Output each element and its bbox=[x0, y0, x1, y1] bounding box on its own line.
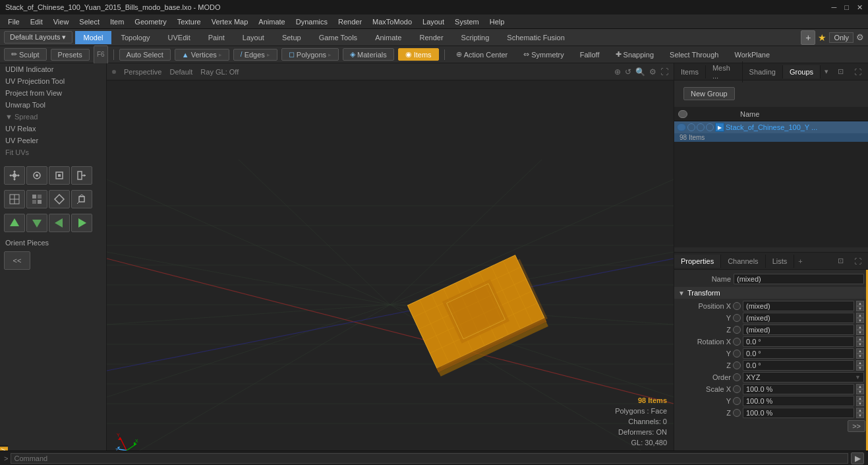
menu-select[interactable]: Select bbox=[74, 16, 105, 27]
pos-z-down[interactable]: ▼ bbox=[856, 330, 864, 335]
scale-y-input[interactable]: 100.0 % bbox=[743, 396, 854, 406]
scale-y-down[interactable]: ▼ bbox=[856, 401, 864, 406]
menu-layout[interactable]: Layout bbox=[417, 16, 449, 27]
sculpt-button[interactable]: ✏ Sculpt bbox=[4, 48, 47, 61]
scale-z-up[interactable]: ▲ bbox=[856, 408, 864, 413]
menu-file[interactable]: File bbox=[3, 16, 25, 27]
falloff-button[interactable]: Falloff bbox=[574, 49, 606, 61]
scale-x-up[interactable]: ▲ bbox=[856, 384, 864, 389]
gear-icon[interactable]: ⚙ bbox=[856, 32, 864, 42]
select-through-button[interactable]: Select Through bbox=[664, 49, 724, 61]
viewport[interactable]: Perspective Default Ray GL: Off ⊕ ↺ 🔍 ⚙ … bbox=[107, 63, 674, 465]
tool-project-view[interactable]: Project from View bbox=[0, 87, 106, 99]
viewport-canvas[interactable]: 98 Items Polygons : Face Channels: 0 Def… bbox=[107, 80, 674, 465]
vp-tool-3[interactable]: 🔍 bbox=[635, 67, 645, 77]
tab-mesh[interactable]: Mesh ... bbox=[706, 61, 743, 82]
tab-items[interactable]: Items bbox=[674, 65, 706, 78]
cube-icon[interactable] bbox=[71, 190, 92, 208]
right-tab-dropdown[interactable]: ▾ bbox=[821, 65, 832, 78]
maximize-btn[interactable]: □ bbox=[844, 3, 849, 12]
vp-tool-4[interactable]: ⚙ bbox=[649, 67, 656, 77]
rot-z-up[interactable]: ▲ bbox=[856, 360, 864, 365]
minimize-btn[interactable]: ─ bbox=[832, 3, 837, 12]
pos-y-up[interactable]: ▲ bbox=[856, 313, 864, 318]
menu-edit[interactable]: Edit bbox=[25, 16, 48, 27]
add-tab-btn[interactable]: + bbox=[794, 255, 806, 268]
scale-y-up[interactable]: ▲ bbox=[856, 396, 864, 401]
scale-x-dot[interactable] bbox=[733, 385, 741, 393]
order-select[interactable]: XYZ ▼ bbox=[743, 372, 864, 383]
menu-dynamics[interactable]: Dynamics bbox=[291, 16, 333, 27]
pos-x-input[interactable]: (mixed) bbox=[743, 301, 854, 311]
items-button[interactable]: ◉ Items bbox=[398, 48, 439, 61]
rot-y-down[interactable]: ▼ bbox=[856, 354, 864, 359]
list-item[interactable]: ▶ Stack_of_Chinese_100_Y ... bbox=[674, 121, 868, 133]
scale-x-down[interactable]: ▼ bbox=[856, 389, 864, 394]
tab-animate[interactable]: Animate bbox=[366, 31, 410, 44]
rot-x-input[interactable]: 0.0 ° bbox=[743, 336, 854, 347]
edges-button[interactable]: / Edges ▸ bbox=[233, 49, 277, 61]
menu-texture[interactable]: Texture bbox=[172, 16, 206, 27]
props-expand-2[interactable]: ⛶ bbox=[852, 256, 863, 266]
tab-model[interactable]: Model bbox=[75, 31, 112, 44]
props-expand-1[interactable]: ⊡ bbox=[835, 256, 846, 266]
menu-help[interactable]: Help bbox=[484, 16, 510, 27]
auto-select-button[interactable]: Auto Select bbox=[119, 49, 171, 61]
only-button[interactable]: Only bbox=[829, 32, 854, 43]
materials-button[interactable]: ◈ Materials bbox=[343, 48, 394, 61]
diamond-icon[interactable] bbox=[49, 190, 70, 208]
command-run-button[interactable]: ▶ bbox=[851, 452, 864, 464]
transform-section[interactable]: ▼ Transform bbox=[674, 287, 868, 299]
menu-maxtomodo[interactable]: MaxToModo bbox=[367, 16, 417, 27]
rot-x-up[interactable]: ▲ bbox=[856, 336, 864, 342]
arrow-down-icon[interactable] bbox=[26, 214, 47, 232]
tool-orient[interactable]: Orient Pieces bbox=[0, 235, 106, 249]
menu-animate[interactable]: Animate bbox=[253, 16, 290, 27]
vp-expand[interactable]: ⛶ bbox=[660, 67, 668, 77]
rotate-icon[interactable] bbox=[26, 166, 47, 185]
tab-topology[interactable]: Topology bbox=[112, 31, 158, 44]
tab-channels[interactable]: Channels bbox=[721, 255, 765, 268]
menu-vertexmap[interactable]: Vertex Map bbox=[206, 16, 254, 27]
scale-x-input[interactable]: 100.0 % bbox=[743, 384, 854, 394]
pos-x-up[interactable]: ▲ bbox=[856, 301, 864, 306]
tab-properties[interactable]: Properties bbox=[674, 255, 721, 268]
tool-fit-uvs[interactable]: Fit UVs bbox=[0, 146, 106, 158]
menu-system[interactable]: System bbox=[449, 16, 484, 27]
scale-z-input[interactable]: 100.0 % bbox=[743, 408, 854, 418]
order-dot[interactable] bbox=[733, 373, 741, 381]
rot-x-dot[interactable] bbox=[733, 338, 741, 346]
tab-shading[interactable]: Shading bbox=[743, 65, 783, 78]
rot-y-dot[interactable] bbox=[733, 350, 741, 357]
pos-z-dot[interactable] bbox=[733, 326, 741, 334]
tab-uvedit[interactable]: UVEdit bbox=[159, 31, 199, 44]
rot-z-down[interactable]: ▼ bbox=[856, 365, 864, 371]
rot-y-input[interactable]: 0.0 ° bbox=[743, 348, 854, 359]
f6-key[interactable]: F6 bbox=[94, 46, 108, 64]
expand-btn-1[interactable]: ⊡ bbox=[835, 67, 846, 77]
pos-y-input[interactable]: (mixed) bbox=[743, 313, 854, 323]
pos-z-up[interactable]: ▲ bbox=[856, 325, 864, 330]
arrow-up-icon[interactable] bbox=[4, 214, 25, 232]
tab-render[interactable]: Render bbox=[411, 31, 451, 44]
scale-icon[interactable] bbox=[49, 166, 70, 185]
tab-schematic[interactable]: Schematic Fusion bbox=[498, 31, 573, 44]
move-icon[interactable] bbox=[4, 166, 25, 185]
pos-x-dot[interactable] bbox=[733, 302, 741, 310]
scale-y-dot[interactable] bbox=[733, 397, 741, 405]
menu-render[interactable]: Render bbox=[333, 16, 367, 27]
pos-y-dot[interactable] bbox=[733, 314, 741, 322]
tab-layout[interactable]: Layout bbox=[234, 31, 273, 44]
tool-unwrap[interactable]: Unwrap Tool bbox=[0, 99, 106, 111]
grid-icon-1[interactable] bbox=[4, 190, 25, 208]
new-group-button[interactable]: New Group bbox=[683, 87, 735, 100]
pos-z-input[interactable]: (mixed) bbox=[743, 325, 854, 335]
tool-uv-peeler[interactable]: UV Peeler bbox=[0, 135, 106, 146]
name-value[interactable]: (mixed) bbox=[734, 274, 864, 284]
arrow-left-icon[interactable] bbox=[49, 214, 70, 232]
symmetry-button[interactable]: ⇔ Symmetry bbox=[517, 48, 570, 61]
vp-tool-2[interactable]: ↺ bbox=[625, 67, 631, 77]
close-btn[interactable]: ✕ bbox=[857, 3, 863, 12]
rot-z-dot[interactable] bbox=[733, 361, 741, 369]
tab-groups[interactable]: Groups bbox=[783, 65, 821, 78]
